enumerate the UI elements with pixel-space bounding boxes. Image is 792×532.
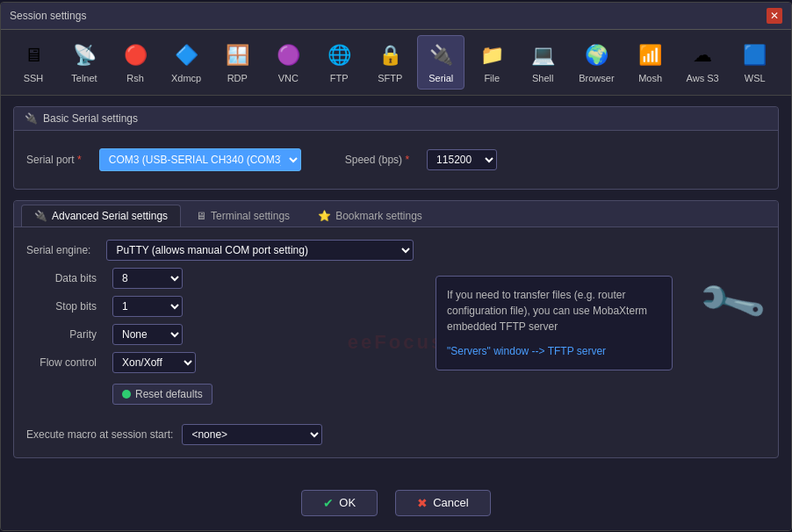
basic-serial-title-text: Basic Serial settings: [43, 112, 138, 125]
nav-item-ftp[interactable]: 🌐 FTP: [315, 36, 363, 89]
ftp-label: FTP: [330, 73, 349, 83]
shell-label: Shell: [532, 73, 553, 83]
tftp-link[interactable]: "Servers" window --> TFTP server: [447, 343, 661, 359]
parity-label: Parity: [26, 328, 105, 341]
bookmark-tab-label: Bookmark settings: [335, 210, 422, 222]
tab-advanced[interactable]: 🔌 Advanced Serial settings: [21, 205, 181, 226]
databits-row: Data bits 5678: [26, 268, 212, 289]
file-icon: 📁: [478, 41, 506, 69]
ssh-label: SSH: [24, 73, 44, 83]
ok-icon: ✔: [323, 496, 334, 510]
bookmark-tab-icon: ⭐: [318, 210, 331, 222]
parity-row: Parity NoneEvenOddMarkSpace: [26, 324, 212, 345]
parity-select[interactable]: NoneEvenOddMarkSpace: [112, 324, 183, 345]
nav-item-xdmcp[interactable]: 🔷 Xdmcp: [162, 36, 210, 89]
stopbits-select[interactable]: 11.52: [112, 296, 183, 317]
wsl-label: WSL: [745, 73, 766, 83]
nav-item-ssh[interactable]: 🖥 SSH: [10, 36, 57, 89]
speed-select[interactable]: 9600192003840057600115200230400: [427, 149, 497, 170]
green-dot-icon: [122, 390, 131, 399]
title-bar: Session settings ✕: [1, 3, 791, 30]
ftp-icon: 🌐: [325, 41, 353, 69]
mosh-icon: 📶: [637, 41, 665, 69]
rsh-icon: 🔴: [121, 41, 149, 69]
shell-icon: 💻: [529, 41, 557, 69]
ok-button[interactable]: ✔ OK: [301, 490, 378, 516]
engine-select[interactable]: PuTTY (allows manual COM port setting): [106, 240, 414, 261]
nav-item-aws_s3[interactable]: ☁ Aws S3: [678, 36, 728, 89]
nav-item-wsl[interactable]: 🟦 WSL: [731, 36, 779, 89]
sftp-label: SFTP: [378, 73, 402, 83]
browser-label: Browser: [579, 73, 614, 83]
databits-label: Data bits: [26, 272, 105, 284]
advanced-body-wrapper: eeFocus Serial engine: PuTTY (allows man…: [14, 227, 778, 457]
nav-item-serial[interactable]: 🔌 Serial: [417, 35, 464, 90]
terminal-tab-label: Terminal settings: [211, 210, 290, 222]
reset-defaults-button[interactable]: Reset defaults: [112, 384, 212, 405]
cancel-button[interactable]: ✖ Cancel: [395, 490, 490, 516]
reset-label: Reset defaults: [135, 388, 203, 400]
file-label: File: [484, 73, 500, 83]
basic-serial-body: Serial port * COM3 (USB-SERIAL CH340 (CO…: [14, 131, 778, 189]
basic-serial-title: 🔌 Basic Serial settings: [14, 107, 778, 131]
nav-item-mosh[interactable]: 📶 Mosh: [627, 36, 674, 89]
aws_s3-icon: ☁: [688, 41, 716, 69]
footer: ✔ OK ✖ Cancel: [1, 479, 791, 530]
nav-item-vnc[interactable]: 🟣 VNC: [264, 36, 312, 89]
vnc-label: VNC: [278, 73, 299, 83]
xdmcp-icon: 🔷: [172, 41, 200, 69]
tab-bookmark[interactable]: ⭐ Bookmark settings: [305, 205, 436, 226]
connector-icon: 🔧: [694, 264, 770, 339]
serial-label: Serial: [428, 73, 453, 83]
rsh-label: Rsh: [126, 73, 144, 83]
rdp-label: RDP: [227, 73, 248, 83]
engine-row: Serial engine: PuTTY (allows manual COM …: [26, 240, 766, 261]
stopbits-row: Stop bits 11.52: [26, 296, 212, 317]
vnc-icon: 🟣: [274, 41, 302, 69]
macro-label: Execute macro at session start:: [26, 428, 173, 441]
sftp-icon: 🔒: [376, 41, 404, 69]
info-box: If you need to transfer files (e.g. rout…: [436, 276, 673, 370]
serial-icon: 🔌: [427, 41, 455, 69]
reset-row: Reset defaults: [26, 380, 212, 405]
cancel-icon: ✖: [417, 496, 428, 510]
serial-port-label: Serial port *: [26, 154, 82, 166]
flowcontrol-row: Flow control NoneXon/XoffRTS/CTSDSR/DTR: [26, 352, 212, 373]
nav-item-browser[interactable]: 🌍 Browser: [570, 36, 623, 89]
nav-item-file[interactable]: 📁 File: [468, 36, 515, 89]
flowcontrol-label: Flow control: [26, 356, 105, 369]
left-form: Data bits 5678 Stop bits 11.52 Parity No…: [26, 268, 212, 412]
terminal-tab-icon: 🖥: [196, 210, 206, 222]
nav-item-sftp[interactable]: 🔒 SFTP: [366, 36, 414, 89]
serial-port-select[interactable]: COM3 (USB-SERIAL CH340 (COM3)): [99, 148, 301, 171]
tab-terminal[interactable]: 🖥 Terminal settings: [183, 205, 303, 226]
nav-item-telnet[interactable]: 📡 Telnet: [61, 36, 108, 89]
basic-serial-panel: 🔌 Basic Serial settings Serial port * CO…: [13, 106, 779, 190]
flowcontrol-select[interactable]: NoneXon/XoffRTS/CTSDSR/DTR: [112, 352, 196, 373]
advanced-serial-panel: 🔌 Advanced Serial settings🖥 Terminal set…: [13, 200, 779, 458]
advanced-body: eeFocus Serial engine: PuTTY (allows man…: [14, 227, 778, 457]
advanced-tab-label: Advanced Serial settings: [52, 210, 168, 222]
macro-select[interactable]: <none> <none>: [182, 424, 322, 445]
xdmcp-label: Xdmcp: [171, 73, 201, 83]
nav-item-shell[interactable]: 💻 Shell: [519, 36, 566, 89]
wsl-icon: 🟦: [741, 41, 769, 69]
browser-icon: 🌍: [582, 41, 610, 69]
close-button[interactable]: ✕: [767, 8, 782, 24]
telnet-icon: 📡: [70, 41, 98, 69]
engine-label: Serial engine:: [26, 244, 99, 256]
databits-select[interactable]: 5678: [112, 268, 183, 289]
nav-item-rdp[interactable]: 🪟 RDP: [213, 36, 261, 89]
title-bar-text: Session settings: [10, 10, 86, 22]
advanced-tab-icon: 🔌: [34, 210, 47, 222]
telnet-label: Telnet: [71, 73, 97, 83]
mosh-label: Mosh: [638, 73, 662, 83]
stopbits-label: Stop bits: [26, 300, 105, 313]
tab-bar: 🔌 Advanced Serial settings🖥 Terminal set…: [14, 201, 778, 227]
macro-row: Execute macro at session start: <none> <…: [26, 424, 766, 445]
dialog: Session settings ✕ 🖥 SSH📡 Telnet🔴 Rsh🔷 X…: [0, 2, 792, 531]
aws_s3-label: Aws S3: [687, 73, 719, 83]
nav-item-rsh[interactable]: 🔴 Rsh: [112, 36, 159, 89]
info-text: If you need to transfer files (e.g. rout…: [447, 289, 647, 333]
speed-label: Speed (bps) *: [345, 154, 409, 166]
